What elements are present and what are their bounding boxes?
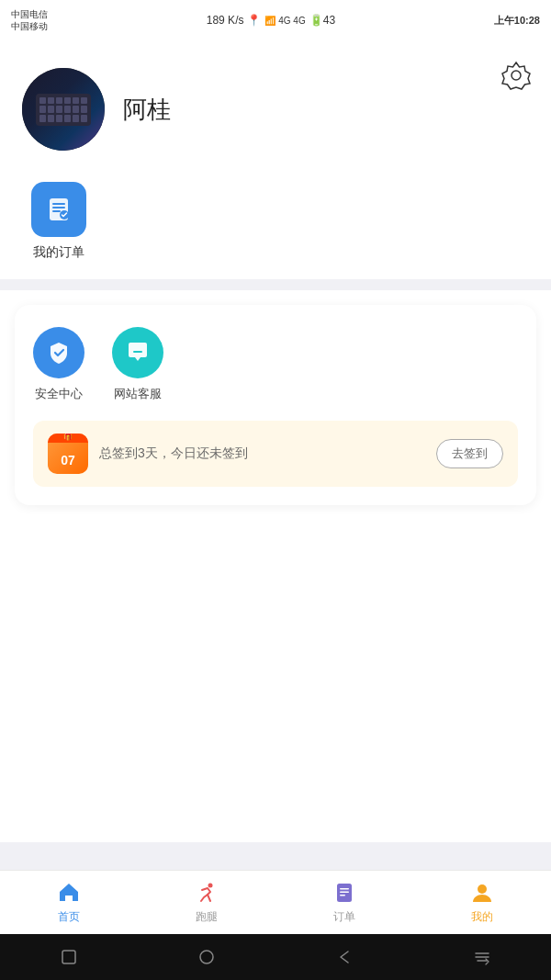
tab-home-label: 首页 <box>58 909 80 925</box>
status-center: 189 K/s 📍 📶 4G 4G 🔋43 <box>207 14 335 27</box>
status-bar: 中国电信 中国移动 189 K/s 📍 📶 4G 4G 🔋43 上午10:28 <box>0 0 551 40</box>
orders-label: 我的订单 <box>33 244 84 261</box>
svg-rect-5 <box>52 210 61 212</box>
svg-rect-3 <box>52 203 65 205</box>
svg-point-13 <box>478 884 487 894</box>
avatar[interactable] <box>22 68 105 151</box>
signal-icons: 📶 4G 4G <box>264 16 305 26</box>
profile-section: 阿桂 <box>0 40 551 173</box>
orders-icon <box>31 182 86 237</box>
signin-text: 总签到3天，今日还未签到 <box>99 445 425 462</box>
username: 阿桂 <box>123 94 171 126</box>
svg-rect-11 <box>340 892 349 894</box>
my-orders-item[interactable]: 我的订单 <box>22 182 96 261</box>
tab-profile-label: 我的 <box>471 909 493 925</box>
svg-point-15 <box>200 951 213 963</box>
divider <box>0 279 551 290</box>
svg-rect-10 <box>340 888 349 890</box>
tab-delivery-label: 跑腿 <box>196 909 218 925</box>
svg-rect-14 <box>62 951 75 963</box>
svg-marker-0 <box>502 62 530 89</box>
svg-rect-12 <box>340 895 345 896</box>
main-content: 阿桂 我的订单 <box>0 40 551 842</box>
service-row: 安全中心 网站客服 <box>33 327 518 402</box>
tab-orders[interactable]: 订单 <box>308 880 381 925</box>
security-center-label: 安全中心 <box>35 386 83 402</box>
svg-rect-7 <box>133 351 142 353</box>
home-icon <box>56 880 82 906</box>
carrier-info: 中国电信 中国移动 <box>11 8 48 32</box>
time-display: 上午10:28 <box>494 14 540 28</box>
tab-home[interactable]: 首页 <box>32 880 106 925</box>
run-icon <box>194 880 219 906</box>
chat-minus-icon <box>112 327 163 378</box>
shield-check-icon <box>33 327 84 378</box>
nav-menu-button[interactable] <box>471 946 493 968</box>
svg-point-8 <box>208 884 213 888</box>
profile-tab-icon <box>469 880 495 906</box>
orders-section: 我的订单 <box>0 173 551 279</box>
signin-banner: 🎁 07 总签到3天，今日还未签到 去签到 <box>33 421 518 487</box>
tab-delivery[interactable]: 跑腿 <box>170 880 243 925</box>
tab-bar: 首页 跑腿 订单 <box>0 870 551 934</box>
security-center-item[interactable]: 安全中心 <box>33 327 84 402</box>
tab-orders-label: 订单 <box>333 909 355 925</box>
customer-service-item[interactable]: 网站客服 <box>112 327 163 402</box>
service-card: 安全中心 网站客服 🎁 07 总签到3天，今日 <box>15 305 536 505</box>
nav-home-button[interactable] <box>196 946 218 968</box>
orders-tab-icon <box>332 880 357 906</box>
android-nav-bar <box>0 934 551 980</box>
customer-service-label: 网站客服 <box>114 386 162 402</box>
svg-point-1 <box>512 71 521 80</box>
calendar-icon: 🎁 07 <box>48 434 88 474</box>
settings-icon[interactable] <box>500 59 533 92</box>
location-icon: 📍 <box>247 14 261 27</box>
nav-square-button[interactable] <box>58 946 80 968</box>
battery-icon: 🔋43 <box>309 14 335 27</box>
svg-rect-4 <box>52 207 65 208</box>
nav-back-button[interactable] <box>333 946 355 968</box>
signin-button[interactable]: 去签到 <box>436 439 503 468</box>
tab-profile[interactable]: 我的 <box>445 880 519 925</box>
